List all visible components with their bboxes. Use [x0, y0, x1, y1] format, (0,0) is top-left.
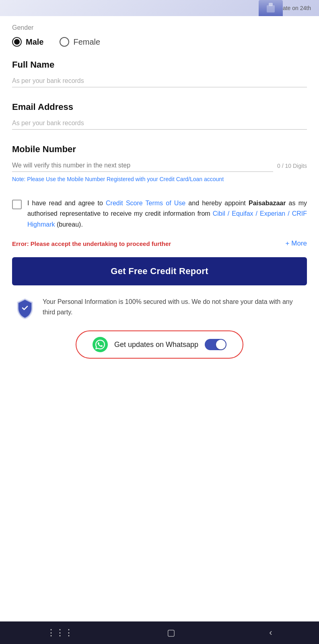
digit-counter: 0 / 10 Digits: [277, 163, 307, 169]
female-radio-outer: [60, 37, 69, 47]
email-title: Email Address: [12, 102, 307, 112]
male-radio-inner: [14, 39, 20, 45]
error-row: Error: Please accept the undertaking to …: [12, 239, 307, 248]
consent-text-middle: and hereby appoint: [185, 200, 249, 206]
shield-icon: [14, 297, 36, 319]
whatsapp-label: Get updates on Whatsapp: [114, 341, 198, 349]
nav-home-icon[interactable]: ▢: [167, 627, 175, 638]
security-row: Your Personal Information is 100% secure…: [12, 297, 307, 319]
email-input[interactable]: [12, 117, 307, 130]
gender-radio-group: Male Female: [12, 37, 307, 47]
nav-back-icon[interactable]: ‹: [269, 627, 272, 638]
gender-female-option[interactable]: Female: [60, 37, 100, 47]
gender-label: Gender: [12, 24, 307, 31]
email-section: Email Address: [12, 102, 307, 130]
full-name-input-wrapper: [12, 75, 307, 87]
error-message: Error: Please accept the undertaking to …: [12, 240, 171, 247]
consent-text-end: (bureau).: [55, 221, 82, 228]
full-name-input[interactable]: [12, 75, 307, 87]
whatsapp-pill: Get updates on Whatsapp: [76, 330, 243, 359]
whatsapp-row-outer: Get updates on Whatsapp: [12, 330, 307, 359]
full-name-title: Full Name: [12, 60, 307, 70]
gender-section: Gender Male Female: [12, 24, 307, 47]
nav-menu-icon[interactable]: ⋮⋮⋮: [47, 627, 73, 638]
mobile-title: Mobile Number: [12, 144, 307, 155]
security-text: Your Personal Information is 100% secure…: [43, 297, 305, 317]
consent-terms-link[interactable]: Credit Score Terms of Use: [106, 200, 185, 206]
get-credit-report-button[interactable]: Get Free Credit Report: [12, 257, 307, 285]
female-label: Female: [73, 37, 100, 47]
mobile-note: Note: Please Use the Mobile Number Regis…: [12, 175, 307, 184]
svg-rect-1: [269, 3, 273, 6]
top-banner: Next update on 24th: [0, 0, 319, 16]
consent-section: I have read and agree to Credit Score Te…: [12, 198, 307, 230]
mobile-input[interactable]: [12, 159, 273, 172]
consent-text: I have read and agree to Credit Score Te…: [27, 198, 307, 230]
male-radio-outer: [12, 37, 22, 47]
svg-rect-0: [267, 5, 275, 12]
whatsapp-toggle[interactable]: [205, 339, 226, 350]
whatsapp-icon: [93, 337, 108, 352]
banner-illustration: [259, 0, 283, 16]
gender-male-option[interactable]: Male: [12, 37, 43, 47]
error-message-text: Error: Please accept the undertaking to …: [12, 240, 171, 247]
consent-checkbox-wrapper[interactable]: [12, 200, 22, 209]
more-link[interactable]: + More: [286, 239, 307, 248]
main-content: Gender Male Female Full Name Email Addre…: [0, 16, 319, 375]
full-name-section: Full Name: [12, 60, 307, 87]
consent-checkbox[interactable]: [12, 200, 22, 209]
mobile-section: Mobile Number 0 / 10 Digits Note: Please…: [12, 144, 307, 184]
male-label: Male: [26, 37, 43, 47]
bottom-nav: ⋮⋮⋮ ▢ ‹: [0, 621, 319, 644]
email-input-wrapper: [12, 117, 307, 130]
consent-brand: Paisabazaar: [249, 200, 286, 206]
toggle-knob: [216, 340, 226, 349]
consent-text-before-link: I have read and agree to: [27, 200, 106, 206]
mobile-input-row: 0 / 10 Digits: [12, 159, 307, 172]
